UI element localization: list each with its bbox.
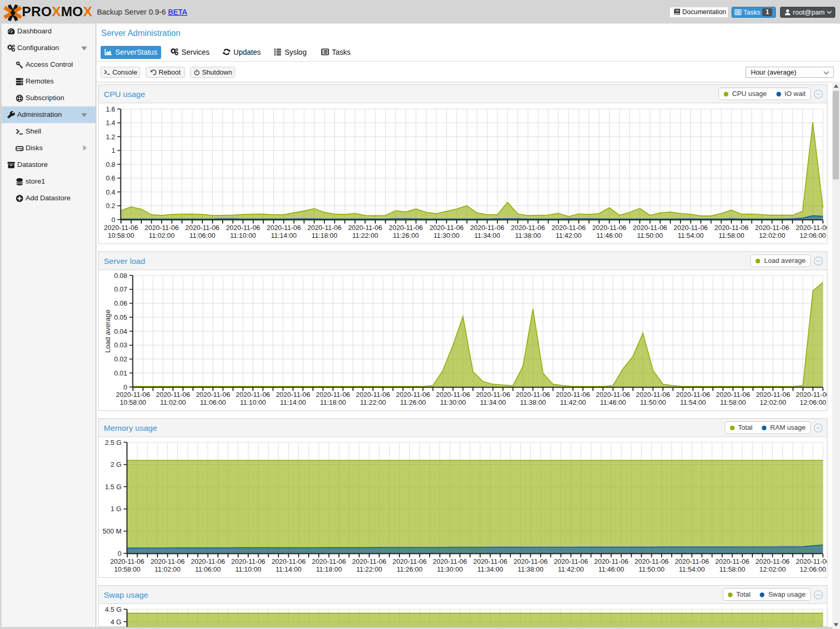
svg-text:11:06:00: 11:06:00 <box>195 565 221 573</box>
svg-text:11:50:00: 11:50:00 <box>639 565 665 573</box>
svg-text:2020-11-06: 2020-11-06 <box>185 224 220 232</box>
svg-text:2020-11-06: 2020-11-06 <box>755 224 789 232</box>
svg-text:11:22:00: 11:22:00 <box>356 565 382 573</box>
svg-text:11:30:00: 11:30:00 <box>434 232 460 239</box>
svg-text:11:46:00: 11:46:00 <box>598 565 624 573</box>
svg-text:11:46:00: 11:46:00 <box>596 232 623 239</box>
svg-text:11:30:00: 11:30:00 <box>437 565 463 573</box>
svg-text:10:58:00: 10:58:00 <box>120 398 147 406</box>
svg-text:0.01: 0.01 <box>114 369 127 377</box>
svg-text:12:02:00: 12:02:00 <box>759 565 786 573</box>
svg-text:2020-11-06: 2020-11-06 <box>352 558 386 565</box>
svg-text:10:58:00: 10:58:00 <box>114 565 141 573</box>
svg-text:2020-11-06: 2020-11-06 <box>511 224 545 232</box>
svg-text:2020-11-06: 2020-11-06 <box>676 391 710 398</box>
svg-text:2020-11-06: 2020-11-06 <box>430 224 464 232</box>
svg-text:0.6: 0.6 <box>106 174 115 182</box>
svg-text:1: 1 <box>112 147 115 154</box>
svg-text:11:50:00: 11:50:00 <box>640 398 666 406</box>
svg-text:11:30:00: 11:30:00 <box>440 398 466 406</box>
svg-text:11:22:00: 11:22:00 <box>360 398 386 406</box>
svg-text:1.2: 1.2 <box>106 133 115 141</box>
svg-text:2020-11-06: 2020-11-06 <box>596 391 630 398</box>
svg-text:2020-11-06: 2020-11-06 <box>552 224 586 232</box>
svg-text:4 G: 4 G <box>111 618 121 626</box>
svg-text:2020-11-06: 2020-11-06 <box>156 391 190 398</box>
svg-text:11:18:00: 11:18:00 <box>311 232 337 239</box>
svg-text:2020-11-06: 2020-11-06 <box>473 558 507 565</box>
svg-text:11:38:00: 11:38:00 <box>520 398 546 406</box>
svg-text:2020-11-06: 2020-11-06 <box>151 558 185 565</box>
svg-text:10:58:00: 10:58:00 <box>108 232 135 239</box>
svg-text:2020-11-06: 2020-11-06 <box>714 224 749 232</box>
svg-text:11:58:00: 11:58:00 <box>719 565 745 573</box>
svg-text:2020-11-06: 2020-11-06 <box>307 224 342 232</box>
svg-text:11:42:00: 11:42:00 <box>556 232 582 239</box>
svg-text:0.2: 0.2 <box>106 202 115 210</box>
svg-text:2020-11-06: 2020-11-06 <box>272 558 306 565</box>
svg-text:500 M: 500 M <box>103 527 121 535</box>
svg-text:11:10:00: 11:10:00 <box>230 232 256 239</box>
svg-text:11:26:00: 11:26:00 <box>393 232 419 239</box>
svg-text:2020-11-06: 2020-11-06 <box>470 224 505 232</box>
svg-text:11:02:00: 11:02:00 <box>155 565 181 573</box>
svg-text:0.8: 0.8 <box>106 161 115 168</box>
svg-text:1.5 G: 1.5 G <box>105 483 121 491</box>
svg-text:12:06:00: 12:06:00 <box>799 232 826 239</box>
svg-text:0.03: 0.03 <box>114 341 127 349</box>
svg-text:2020-11-06: 2020-11-06 <box>316 391 350 398</box>
svg-text:2020-11-06: 2020-11-06 <box>633 224 667 232</box>
svg-text:Load average: Load average <box>104 310 112 353</box>
svg-text:11:14:00: 11:14:00 <box>276 565 302 573</box>
svg-text:2020-11-06: 2020-11-06 <box>231 558 265 565</box>
svg-text:11:42:00: 11:42:00 <box>560 398 586 406</box>
svg-text:11:38:00: 11:38:00 <box>518 565 544 573</box>
svg-text:2020-11-06: 2020-11-06 <box>796 558 827 565</box>
svg-text:0.07: 0.07 <box>114 285 127 293</box>
svg-text:2020-11-06: 2020-11-06 <box>393 558 427 565</box>
svg-text:2020-11-06: 2020-11-06 <box>796 224 827 232</box>
svg-text:2020-11-06: 2020-11-06 <box>556 391 590 398</box>
svg-text:0: 0 <box>118 550 121 558</box>
svg-text:2020-11-06: 2020-11-06 <box>226 224 260 232</box>
svg-text:2020-11-06: 2020-11-06 <box>266 224 301 232</box>
svg-text:11:14:00: 11:14:00 <box>280 398 306 406</box>
svg-text:11:22:00: 11:22:00 <box>352 232 378 239</box>
svg-text:0.04: 0.04 <box>114 328 127 335</box>
svg-text:2020-11-06: 2020-11-06 <box>144 224 179 232</box>
svg-text:2020-11-06: 2020-11-06 <box>389 224 423 232</box>
svg-text:11:02:00: 11:02:00 <box>149 232 175 239</box>
svg-text:2020-11-06: 2020-11-06 <box>196 391 230 398</box>
svg-text:0.06: 0.06 <box>114 299 127 307</box>
svg-text:11:18:00: 11:18:00 <box>320 398 346 406</box>
svg-text:0: 0 <box>112 216 115 224</box>
svg-text:2020-11-06: 2020-11-06 <box>104 224 138 232</box>
svg-text:11:06:00: 11:06:00 <box>189 232 215 239</box>
svg-text:11:58:00: 11:58:00 <box>719 232 745 239</box>
svg-text:0.02: 0.02 <box>114 355 127 363</box>
svg-text:2020-11-06: 2020-11-06 <box>756 558 790 565</box>
svg-text:11:34:00: 11:34:00 <box>477 565 503 573</box>
svg-text:2020-11-06: 2020-11-06 <box>110 558 144 565</box>
svg-text:2020-11-06: 2020-11-06 <box>592 224 627 232</box>
svg-text:0.05: 0.05 <box>114 313 127 321</box>
svg-text:2020-11-06: 2020-11-06 <box>635 558 669 565</box>
svg-text:11:06:00: 11:06:00 <box>200 398 226 406</box>
svg-text:11:26:00: 11:26:00 <box>400 398 426 406</box>
svg-text:2020-11-06: 2020-11-06 <box>554 558 588 565</box>
svg-text:2 G: 2 G <box>111 461 121 468</box>
svg-text:2020-11-06: 2020-11-06 <box>796 391 827 398</box>
svg-text:1.4: 1.4 <box>106 119 115 127</box>
svg-text:1.6: 1.6 <box>106 105 115 113</box>
svg-text:2020-11-06: 2020-11-06 <box>674 224 708 232</box>
svg-text:11:34:00: 11:34:00 <box>474 232 501 239</box>
svg-text:2.5 G: 2.5 G <box>105 439 121 446</box>
svg-text:11:54:00: 11:54:00 <box>679 565 705 573</box>
svg-text:2020-11-06: 2020-11-06 <box>476 391 510 398</box>
svg-text:11:02:00: 11:02:00 <box>160 398 186 406</box>
svg-text:11:10:00: 11:10:00 <box>235 565 261 573</box>
svg-text:12:02:00: 12:02:00 <box>759 232 785 239</box>
svg-text:2020-11-06: 2020-11-06 <box>514 558 548 565</box>
svg-text:11:54:00: 11:54:00 <box>680 398 706 406</box>
svg-text:11:46:00: 11:46:00 <box>600 398 626 406</box>
